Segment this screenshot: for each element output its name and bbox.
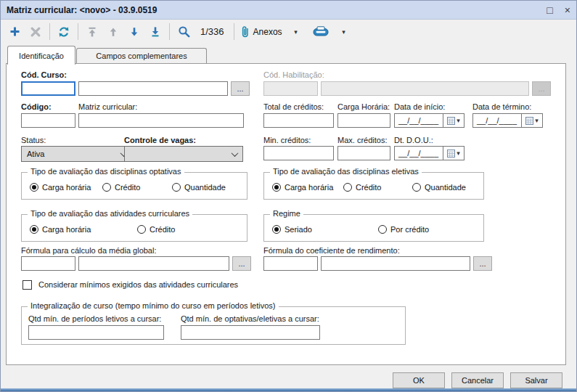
dt-dou-field[interactable]: __/__/____ ▾ [394,146,465,160]
atividades-title: Tipo de avaliação das atividades curricu… [28,209,192,218]
matriz-curricular-label: Matriz curricular: [78,102,137,111]
record-counter: 1/336 [197,26,227,37]
radio-selected-icon [272,225,281,234]
cod-curso-code-input[interactable] [21,81,75,96]
toolbar: 1/336 Anexos ▾ ▾ [1,20,576,44]
radio-optativas-quantidade[interactable]: Quantidade [172,183,226,192]
radio-selected-icon [30,225,38,234]
carga-horaria-label: Carga Horária: [337,102,390,111]
integralizacao-title: Integralização de curso (tempo mínimo do… [28,301,279,310]
max-creditos-label: Max. créditos: [337,136,387,144]
status-select[interactable]: Ativa [21,146,132,162]
radio-icon [412,183,421,192]
anexos-button[interactable]: Anexos [241,23,282,41]
tab-identificacao[interactable]: Identificação [7,46,75,65]
plus-icon [9,26,20,37]
data-termino-field[interactable]: __/__/____ ▾ [472,113,543,128]
previous-record-button[interactable] [106,23,120,41]
toolbar-separator [234,23,234,40]
first-record-icon [87,27,97,37]
total-creditos-label: Total de créditos: [263,102,324,111]
add-record-button[interactable] [7,23,22,41]
codigo-label: Código: [21,102,52,111]
radio-icon [102,183,111,192]
regime-title: Regime [270,209,303,218]
cod-curso-lookup-button[interactable]: ... [231,81,250,96]
max-creditos-input[interactable] [337,146,390,160]
matriz-curricular-input[interactable] [78,113,244,128]
formula-coef-desc-input[interactable] [321,256,470,271]
formula-media-lookup-button[interactable]: ... [232,256,251,271]
radio-selected-icon [30,183,38,192]
formula-media-code-input[interactable] [21,256,75,271]
formula-media-label: Fórmula para cálculo da média global: [21,246,157,255]
cancelar-button[interactable]: Cancelar [451,372,504,388]
anexos-dropdown[interactable]: ▾ [289,23,303,41]
calendar-icon [447,117,455,125]
cod-habilitacao-label: Cód. Habilitação: [263,70,324,79]
cod-curso-name-input[interactable] [78,81,228,96]
data-termino-mask[interactable]: __/__/____ [473,114,521,127]
ok-button[interactable]: OK [393,372,445,388]
radio-optativas-carga-horaria[interactable]: Carga horária [30,183,91,192]
dropdown-icon: ▾ [457,150,460,157]
radio-label: Por crédito [390,225,429,234]
dt-dou-label: Dt. D.O.U.: [394,136,433,144]
data-inicio-field[interactable]: __/__/____ ▾ [394,113,465,128]
calendar-icon [525,117,533,125]
salvar-button[interactable]: Salvar [510,372,562,388]
close-button[interactable]: × [565,5,570,15]
carga-horaria-input[interactable] [337,113,390,128]
data-inicio-mask[interactable]: __/__/____ [395,114,443,127]
optativas-title: Tipo de avaliação das disciplinas optati… [28,167,184,176]
min-creditos-input[interactable] [263,146,334,160]
print-button[interactable] [313,23,329,41]
radio-atividades-credito[interactable]: Crédito [137,225,175,234]
considerar-label: Considerar mínimos exigidos das atividad… [38,280,238,289]
arrow-up-icon [108,27,118,37]
radio-regime-por-credito[interactable]: Por crédito [378,225,429,234]
radio-eletivas-credito[interactable]: Crédito [343,183,381,192]
qtd-optativas-input[interactable] [181,325,320,340]
radio-label: Crédito [356,183,381,192]
first-record-button[interactable] [85,23,99,41]
anexos-label: Anexos [253,27,282,37]
toolbar-separator [169,23,170,40]
arrow-down-icon [129,27,139,37]
qtd-optativas-label: Qtd mín. de optativas/eletivas a cursar: [181,314,319,323]
refresh-button[interactable] [57,23,71,41]
radio-eletivas-quantidade[interactable]: Quantidade [412,183,466,192]
dt-dou-calendar-button[interactable]: ▾ [443,147,464,160]
delete-record-button[interactable] [28,23,43,41]
radio-regime-seriado[interactable]: Seriado [272,225,312,234]
qtd-periodos-input[interactable] [28,325,164,340]
window-title: Matriz curricular: <novo> - 03.9.0519 [7,5,157,15]
total-creditos-input[interactable] [263,113,334,128]
radio-label: Quantidade [184,183,226,192]
formula-media-desc-input[interactable] [78,256,229,271]
print-dropdown[interactable]: ▾ [337,23,351,41]
tab-campos-complementares[interactable]: Campos complementares [76,48,207,63]
search-button[interactable] [176,23,191,41]
min-creditos-label: Min. créditos: [263,136,311,144]
next-record-button[interactable] [127,23,142,41]
dt-dou-mask[interactable]: __/__/____ [395,147,443,160]
radio-eletivas-carga-horaria[interactable]: Carga horária [272,183,333,192]
last-record-button[interactable] [148,23,163,41]
cod-habilitacao-name-input [321,81,529,96]
formula-coef-lookup-button[interactable]: ... [473,256,492,271]
data-termino-calendar-button[interactable]: ▾ [521,114,542,127]
maximize-button[interactable]: □ [547,5,552,15]
window-bottom-edge [1,388,576,391]
considerar-checkbox[interactable] [22,280,32,290]
radio-optativas-credito[interactable]: Crédito [102,183,140,192]
radio-atividades-carga-horaria[interactable]: Carga horária [30,225,91,234]
delete-x-icon [30,27,41,37]
controle-vagas-select[interactable] [124,146,243,162]
dropdown-icon: ▾ [457,117,460,124]
radio-label: Crédito [115,183,140,192]
codigo-input[interactable] [21,113,75,128]
refresh-icon [58,26,70,38]
data-inicio-calendar-button[interactable]: ▾ [443,114,464,127]
formula-coef-code-input[interactable] [263,256,318,271]
